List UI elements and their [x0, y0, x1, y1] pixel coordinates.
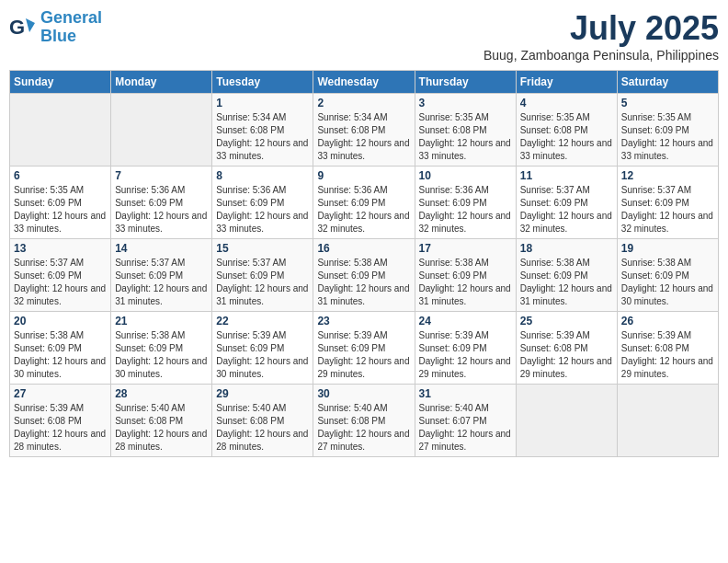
- day-header-tuesday: Tuesday: [212, 71, 313, 94]
- day-info: Sunrise: 5:40 AMSunset: 6:08 PMDaylight:…: [115, 402, 208, 454]
- day-info: Sunrise: 5:39 AMSunset: 6:09 PMDaylight:…: [317, 329, 410, 381]
- day-info: Sunrise: 5:39 AMSunset: 6:08 PMDaylight:…: [621, 329, 714, 381]
- day-info: Sunrise: 5:40 AMSunset: 6:08 PMDaylight:…: [317, 402, 410, 454]
- month-title: July 2025: [483, 9, 719, 48]
- calendar-cell: [111, 94, 212, 167]
- day-info: Sunrise: 5:37 AMSunset: 6:09 PMDaylight:…: [520, 184, 613, 236]
- calendar-cell: 18Sunrise: 5:38 AMSunset: 6:09 PMDayligh…: [516, 239, 617, 312]
- logo-line2: Blue: [40, 27, 76, 45]
- logo: G General Blue: [9, 9, 102, 46]
- logo-text: General Blue: [40, 9, 102, 46]
- calendar-cell: 13Sunrise: 5:37 AMSunset: 6:09 PMDayligh…: [10, 239, 111, 312]
- day-info: Sunrise: 5:38 AMSunset: 6:09 PMDaylight:…: [621, 257, 714, 308]
- day-number: 5: [621, 97, 714, 109]
- calendar-cell: 21Sunrise: 5:38 AMSunset: 6:09 PMDayligh…: [111, 312, 212, 385]
- day-info: Sunrise: 5:37 AMSunset: 6:09 PMDaylight:…: [115, 257, 208, 308]
- day-header-wednesday: Wednesday: [313, 71, 415, 94]
- day-number: 25: [520, 315, 613, 327]
- calendar-cell: [617, 385, 718, 457]
- title-block: July 2025 Buug, Zamboanga Peninsula, Phi…: [483, 9, 719, 63]
- calendar-cell: 3Sunrise: 5:35 AMSunset: 6:08 PMDaylight…: [415, 94, 516, 167]
- day-number: 20: [14, 315, 107, 327]
- day-number: 31: [419, 387, 512, 400]
- day-info: Sunrise: 5:38 AMSunset: 6:09 PMDaylight:…: [520, 257, 613, 308]
- day-info: Sunrise: 5:39 AMSunset: 6:08 PMDaylight:…: [14, 402, 107, 454]
- day-info: Sunrise: 5:39 AMSunset: 6:08 PMDaylight:…: [520, 329, 613, 381]
- calendar-cell: 20Sunrise: 5:38 AMSunset: 6:09 PMDayligh…: [10, 312, 111, 385]
- calendar-cell: 6Sunrise: 5:35 AMSunset: 6:09 PMDaylight…: [10, 167, 111, 239]
- calendar-cell: 28Sunrise: 5:40 AMSunset: 6:08 PMDayligh…: [111, 385, 212, 457]
- day-number: 7: [115, 169, 208, 182]
- day-info: Sunrise: 5:38 AMSunset: 6:09 PMDaylight:…: [317, 257, 410, 308]
- day-info: Sunrise: 5:34 AMSunset: 6:08 PMDaylight:…: [317, 111, 410, 163]
- calendar-cell: [10, 94, 111, 167]
- day-info: Sunrise: 5:40 AMSunset: 6:08 PMDaylight:…: [216, 402, 309, 454]
- page-header: G General Blue July 2025 Buug, Zamboanga…: [9, 9, 719, 63]
- calendar-cell: 31Sunrise: 5:40 AMSunset: 6:07 PMDayligh…: [415, 385, 516, 457]
- day-number: 9: [317, 169, 410, 182]
- day-number: 3: [419, 97, 512, 109]
- day-header-sunday: Sunday: [10, 71, 111, 94]
- calendar-cell: 24Sunrise: 5:39 AMSunset: 6:09 PMDayligh…: [415, 312, 516, 385]
- day-number: 1: [216, 97, 309, 109]
- calendar-cell: 23Sunrise: 5:39 AMSunset: 6:09 PMDayligh…: [313, 312, 415, 385]
- day-info: Sunrise: 5:40 AMSunset: 6:07 PMDaylight:…: [419, 402, 512, 454]
- calendar-cell: 16Sunrise: 5:38 AMSunset: 6:09 PMDayligh…: [313, 239, 415, 312]
- day-number: 24: [419, 315, 512, 327]
- day-info: Sunrise: 5:36 AMSunset: 6:09 PMDaylight:…: [115, 184, 208, 236]
- day-info: Sunrise: 5:36 AMSunset: 6:09 PMDaylight:…: [216, 184, 309, 236]
- day-info: Sunrise: 5:38 AMSunset: 6:09 PMDaylight:…: [14, 329, 107, 381]
- day-number: 26: [621, 315, 714, 327]
- day-number: 15: [216, 242, 309, 255]
- day-header-friday: Friday: [516, 71, 617, 94]
- day-info: Sunrise: 5:35 AMSunset: 6:09 PMDaylight:…: [14, 184, 107, 236]
- calendar-cell: 8Sunrise: 5:36 AMSunset: 6:09 PMDaylight…: [212, 167, 313, 239]
- calendar-header: SundayMondayTuesdayWednesdayThursdayFrid…: [10, 71, 719, 94]
- calendar-cell: 14Sunrise: 5:37 AMSunset: 6:09 PMDayligh…: [111, 239, 212, 312]
- calendar-cell: 27Sunrise: 5:39 AMSunset: 6:08 PMDayligh…: [10, 385, 111, 457]
- calendar-week-2: 6Sunrise: 5:35 AMSunset: 6:09 PMDaylight…: [10, 167, 719, 239]
- logo-icon: G: [9, 14, 37, 41]
- day-number: 16: [317, 242, 410, 255]
- day-number: 22: [216, 315, 309, 327]
- day-number: 29: [216, 387, 309, 400]
- day-info: Sunrise: 5:34 AMSunset: 6:08 PMDaylight:…: [216, 111, 309, 163]
- calendar-cell: 1Sunrise: 5:34 AMSunset: 6:08 PMDaylight…: [212, 94, 313, 167]
- calendar-cell: 12Sunrise: 5:37 AMSunset: 6:09 PMDayligh…: [617, 167, 718, 239]
- day-info: Sunrise: 5:35 AMSunset: 6:08 PMDaylight:…: [520, 111, 613, 163]
- location: Buug, Zamboanga Peninsula, Philippines: [483, 48, 719, 63]
- calendar-cell: [516, 385, 617, 457]
- day-info: Sunrise: 5:38 AMSunset: 6:09 PMDaylight:…: [115, 329, 208, 381]
- day-number: 2: [317, 97, 410, 109]
- day-header-monday: Monday: [111, 71, 212, 94]
- day-number: 11: [520, 169, 613, 182]
- day-number: 23: [317, 315, 410, 327]
- day-header-saturday: Saturday: [617, 71, 718, 94]
- logo-line1: General: [40, 8, 102, 27]
- svg-text:G: G: [9, 16, 25, 39]
- day-info: Sunrise: 5:38 AMSunset: 6:09 PMDaylight:…: [419, 257, 512, 308]
- day-info: Sunrise: 5:36 AMSunset: 6:09 PMDaylight:…: [317, 184, 410, 236]
- svg-marker-1: [26, 18, 35, 32]
- day-number: 28: [115, 387, 208, 400]
- calendar-cell: 26Sunrise: 5:39 AMSunset: 6:08 PMDayligh…: [617, 312, 718, 385]
- day-header-thursday: Thursday: [415, 71, 516, 94]
- day-number: 12: [621, 169, 714, 182]
- day-number: 13: [14, 242, 107, 255]
- day-info: Sunrise: 5:37 AMSunset: 6:09 PMDaylight:…: [621, 184, 714, 236]
- day-info: Sunrise: 5:37 AMSunset: 6:09 PMDaylight:…: [216, 257, 309, 308]
- calendar-week-3: 13Sunrise: 5:37 AMSunset: 6:09 PMDayligh…: [10, 239, 719, 312]
- calendar-cell: 22Sunrise: 5:39 AMSunset: 6:09 PMDayligh…: [212, 312, 313, 385]
- day-number: 10: [419, 169, 512, 182]
- day-number: 27: [14, 387, 107, 400]
- calendar-week-4: 20Sunrise: 5:38 AMSunset: 6:09 PMDayligh…: [10, 312, 719, 385]
- calendar-cell: 17Sunrise: 5:38 AMSunset: 6:09 PMDayligh…: [415, 239, 516, 312]
- calendar-cell: 11Sunrise: 5:37 AMSunset: 6:09 PMDayligh…: [516, 167, 617, 239]
- calendar-cell: 15Sunrise: 5:37 AMSunset: 6:09 PMDayligh…: [212, 239, 313, 312]
- day-info: Sunrise: 5:35 AMSunset: 6:08 PMDaylight:…: [419, 111, 512, 163]
- day-info: Sunrise: 5:39 AMSunset: 6:09 PMDaylight:…: [216, 329, 309, 381]
- calendar-cell: 5Sunrise: 5:35 AMSunset: 6:09 PMDaylight…: [617, 94, 718, 167]
- day-number: 4: [520, 97, 613, 109]
- day-info: Sunrise: 5:39 AMSunset: 6:09 PMDaylight:…: [419, 329, 512, 381]
- day-number: 17: [419, 242, 512, 255]
